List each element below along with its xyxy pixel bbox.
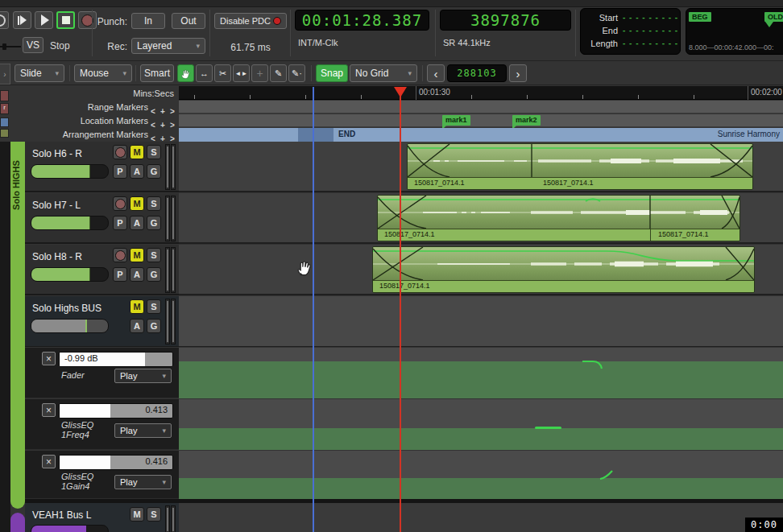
automation-lane-header-fader[interactable]: × -0.99 dB Fader Play ▾ [25, 348, 179, 398]
mute-button[interactable]: M [130, 299, 144, 314]
primary-clock[interactable]: 00:01:28.387 [295, 10, 429, 31]
smart-mode-button[interactable]: Smart [140, 64, 174, 82]
solo-button[interactable]: S [147, 196, 161, 211]
play-button[interactable] [35, 11, 53, 29]
arrangement-markers-label[interactable]: Arrangement Markers [63, 130, 148, 139]
record-enable-button[interactable] [113, 196, 127, 211]
audio-region[interactable]: 150817_0714.1 150817_0714.1 [407, 143, 753, 190]
transition-to-roll-button[interactable] [13, 11, 31, 29]
mute-button[interactable]: M [130, 248, 144, 262]
automation-lane-gain[interactable] [179, 451, 783, 499]
shuttle-fader[interactable] [0, 42, 21, 52]
disable-pdc-button[interactable]: Disable PDC [214, 13, 287, 29]
automation-mode-dropdown[interactable]: Play ▾ [114, 369, 172, 383]
close-lane-button[interactable]: × [42, 455, 56, 468]
track-lane[interactable]: 150817_0714.1 150817_0714.1 [179, 142, 783, 192]
track-header[interactable]: Solo H8 - R M S P A G [25, 245, 179, 295]
track-name[interactable]: Solo H6 - R [32, 148, 82, 159]
mute-button[interactable]: M [130, 145, 144, 159]
track-name[interactable]: VEAH1 Bus L [32, 509, 91, 521]
solo-button[interactable]: S [147, 299, 161, 314]
track-lane[interactable] [179, 503, 783, 532]
punch-out-button[interactable]: Out [172, 13, 205, 29]
group-button[interactable]: G [147, 216, 161, 230]
nudge-clock[interactable]: 288103 [447, 64, 507, 82]
punch-in-button[interactable]: In [131, 13, 165, 29]
automation-lane-fader[interactable] [179, 348, 783, 398]
time-ruler[interactable]: 00:01:30 00:02:00 [179, 86, 783, 100]
group-button[interactable]: G [147, 319, 161, 333]
pan-button[interactable]: P [113, 267, 127, 282]
gain-slider[interactable] [31, 216, 109, 230]
bus-header[interactable]: Solo Highs BUS M S A G [25, 296, 179, 347]
automation-button[interactable]: A [130, 216, 144, 230]
mute-button[interactable]: M [130, 196, 144, 211]
pan-button[interactable]: P [113, 164, 127, 179]
location-markers-strip[interactable]: mark1 mark2 [179, 114, 783, 127]
content-tool-button[interactable]: ✎· [288, 64, 305, 82]
range-markers-strip[interactable] [179, 101, 783, 113]
playhead-marker[interactable] [394, 87, 407, 97]
arrangement-end-label[interactable]: END [338, 130, 355, 138]
track-name[interactable]: Solo Highs BUS [32, 303, 102, 314]
group-button[interactable]: G [147, 164, 161, 179]
audio-region[interactable]: 150817_0714.1 [372, 246, 755, 293]
arrangement-section-label[interactable]: Sunrise Harmony [718, 130, 780, 138]
snap-toggle-button[interactable]: Snap [316, 64, 348, 82]
bus-lane[interactable] [179, 296, 783, 347]
record-enable-button[interactable] [113, 248, 127, 262]
track-header[interactable]: Solo H6 - R M S P A G [25, 142, 179, 192]
solo-button[interactable]: S [147, 507, 161, 522]
record-button[interactable] [78, 11, 97, 29]
session-overview-panel[interactable]: BEG OLD 8.000—00:00:42.000—00: [686, 8, 783, 55]
gain-slider[interactable] [31, 319, 109, 333]
edit-point-line[interactable] [313, 87, 314, 532]
automation-lane-freq[interactable] [179, 399, 783, 450]
track-lane[interactable]: 150817_0714.1 150817_0714.1 [179, 193, 783, 244]
track-group-strip-purple[interactable] [10, 513, 25, 532]
location-marker[interactable]: mark1 [442, 115, 470, 126]
track-name[interactable]: Solo H7 - L [32, 200, 81, 211]
record-enable-button[interactable] [113, 145, 127, 159]
mute-button[interactable]: M [130, 507, 144, 522]
draw-tool-button[interactable]: ✎ [270, 64, 287, 82]
solo-button[interactable]: S [147, 248, 161, 262]
audio-region[interactable]: 150817_0714.1 150817_0714.1 [377, 195, 740, 241]
automation-mode-dropdown[interactable]: Play ▾ [114, 475, 172, 489]
location-markers-label[interactable]: Location Markers [81, 116, 148, 126]
grab-tool-button[interactable] [177, 64, 194, 82]
automation-button[interactable]: A [130, 319, 144, 333]
edit-mode-dropdown[interactable]: Slide ▾ [14, 64, 64, 82]
track-lane[interactable]: 150817_0714.1 [179, 245, 783, 295]
nudge-back-button[interactable]: ‹ [427, 64, 445, 82]
gain-slider[interactable] [31, 267, 109, 282]
secondary-clock[interactable]: 3897876 [440, 10, 571, 31]
record-mode-dropdown[interactable]: Layered ▾ [131, 38, 205, 54]
range-markers-label[interactable]: Range Markers [88, 102, 148, 112]
grid-dropdown[interactable]: No Grid ▾ [350, 64, 417, 82]
range-markers-nav[interactable]: <+> [148, 103, 177, 118]
automation-value-bar[interactable]: -0.99 dB [59, 352, 173, 367]
pan-button[interactable]: P [113, 216, 127, 230]
group-button[interactable]: G [147, 267, 161, 282]
automation-button[interactable]: A [130, 164, 144, 179]
varispeed-button[interactable]: VS [23, 37, 44, 53]
stop-button[interactable] [56, 11, 75, 29]
bus-header[interactable]: VEAH1 Bus L M S [25, 503, 179, 532]
automation-button[interactable]: A [130, 267, 144, 282]
close-lane-button[interactable]: × [42, 403, 56, 417]
cut-tool-button[interactable]: ✂ [214, 64, 231, 82]
loop-button[interactable] [0, 11, 9, 29]
automation-mode-dropdown[interactable]: Play ▾ [114, 423, 172, 438]
location-markers-nav[interactable]: <+> [148, 117, 177, 131]
location-marker[interactable]: mark2 [512, 115, 541, 126]
automation-value-bar[interactable]: 0.416 [59, 455, 173, 470]
nudge-forward-button[interactable]: › [509, 64, 527, 82]
mouse-mode-dropdown[interactable]: Mouse ▾ [74, 64, 132, 82]
automation-value-bar[interactable]: 0.413 [59, 403, 173, 419]
timebase-label[interactable]: Mins:Secs [133, 89, 174, 98]
gain-slider[interactable] [31, 525, 109, 532]
track-name[interactable]: Solo H8 - R [32, 251, 82, 262]
automation-lane-header-gain[interactable]: × 0.416 GlissEQ1Gain4 Play ▾ [25, 451, 179, 499]
close-lane-button[interactable]: × [42, 352, 56, 365]
